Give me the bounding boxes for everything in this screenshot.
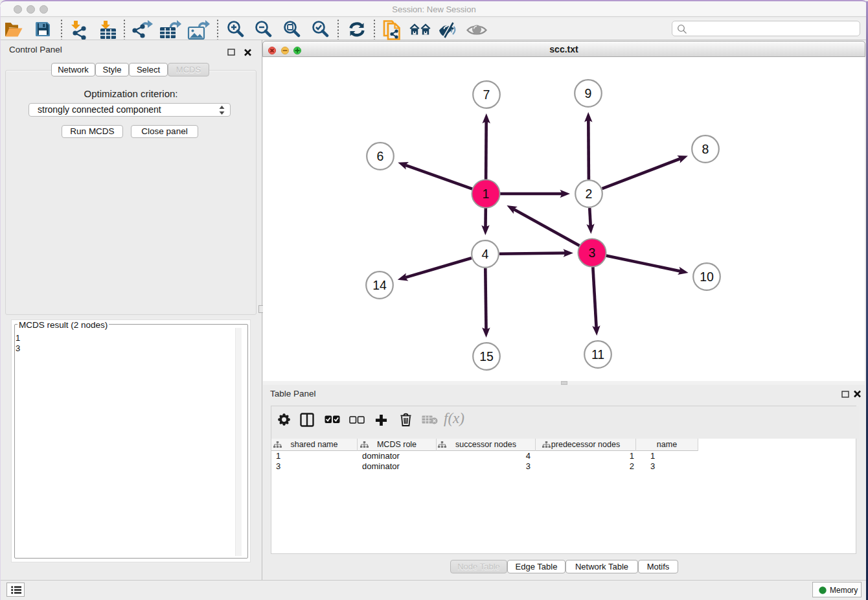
svg-text:15: 15 [479,349,494,363]
svg-text:6: 6 [377,149,384,163]
svg-text:14: 14 [372,278,387,292]
svg-text:3: 3 [589,246,596,260]
svg-text:9: 9 [585,86,592,100]
svg-text:7: 7 [483,87,490,102]
svg-text:2: 2 [586,187,593,201]
svg-text:4: 4 [482,247,489,261]
svg-text:10: 10 [700,270,714,284]
svg-text:8: 8 [702,142,709,156]
svg-text:11: 11 [591,347,604,362]
svg-text:1: 1 [483,187,490,201]
